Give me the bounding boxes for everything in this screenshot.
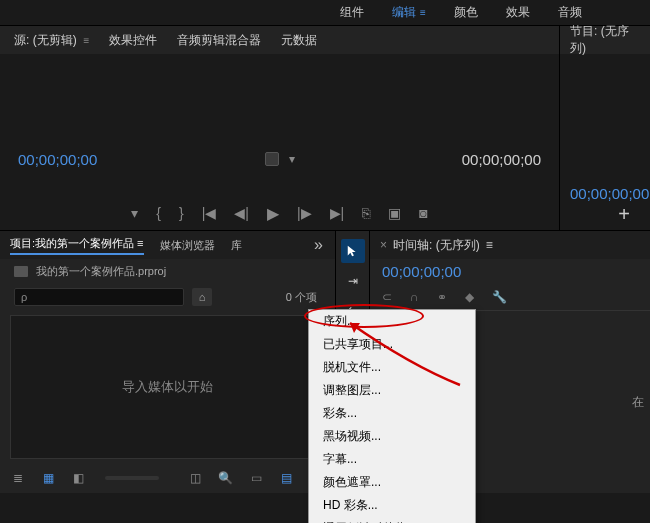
tab-assembly[interactable]: 组件 — [340, 4, 364, 21]
program-title[interactable]: 节目: (无序列) — [570, 23, 640, 57]
project-file-row: 我的第一个案例作品.prproj — [0, 259, 335, 283]
tab-audio[interactable]: 音频 — [558, 4, 582, 21]
chevron-down-icon[interactable]: ▾ — [289, 152, 295, 166]
tab-library[interactable]: 库 — [231, 238, 242, 253]
settings-icon[interactable]: 🔧 — [492, 290, 507, 304]
close-icon[interactable]: × — [380, 238, 387, 252]
project-tabs: 项目:我的第一个案例作品 ≡ 媒体浏览器 库 » — [0, 231, 335, 259]
filter-bin-icon[interactable]: ⌂ — [192, 288, 212, 306]
project-file-name: 我的第一个案例作品.prproj — [36, 264, 166, 279]
tab-effects[interactable]: 效果 — [506, 4, 530, 21]
search-input[interactable]: ρ — [14, 288, 184, 306]
folder-icon — [14, 266, 28, 277]
source-panel: 源: (无剪辑) ≡ 效果控件 音频剪辑混合器 元数据 00;00;00;00 … — [0, 26, 560, 230]
track-select-tool[interactable]: ⇥ — [341, 269, 365, 293]
in-point-icon[interactable]: { — [156, 205, 161, 221]
project-bin[interactable]: 导入媒体以开始 — [10, 315, 325, 459]
freeform-view-icon[interactable]: ◧ — [71, 469, 87, 487]
export-frame-icon[interactable]: ◙ — [419, 205, 427, 221]
side-text: 在 — [632, 394, 644, 411]
program-monitor[interactable]: 00;00;00;00 + — [560, 54, 650, 230]
tab-media-browser[interactable]: 媒体浏览器 — [160, 238, 215, 253]
magnet-icon[interactable]: ∩ — [410, 290, 419, 304]
project-panel: 项目:我的第一个案例作品 ≡ 媒体浏览器 库 » 我的第一个案例作品.prpro… — [0, 231, 336, 493]
new-item-context-menu: 序列... 已共享项目... 脱机文件... 调整图层... 彩条... 黑场视… — [308, 309, 476, 523]
menu-countdown[interactable]: 通用倒计时片头... — [309, 517, 475, 523]
workspace-tabs: 组件 编辑≡ 颜色 效果 音频 — [0, 0, 650, 26]
list-view-icon[interactable]: ≣ — [10, 469, 26, 487]
source-timecode-in[interactable]: 00;00;00;00 — [18, 151, 97, 168]
marker-icon[interactable]: ▾ — [131, 205, 138, 221]
step-back-icon[interactable]: ◀| — [234, 205, 249, 221]
step-forward-icon[interactable]: |▶ — [297, 205, 312, 221]
add-button-icon[interactable]: + — [618, 203, 630, 226]
tab-audio-mixer[interactable]: 音频剪辑混合器 — [177, 32, 261, 49]
overwrite-icon[interactable]: ▣ — [388, 205, 401, 221]
menu-sequence[interactable]: 序列... — [309, 310, 475, 333]
menu-hd-bars[interactable]: HD 彩条... — [309, 494, 475, 517]
marker-tool-icon[interactable]: ◆ — [465, 290, 474, 304]
new-item-icon[interactable]: ▤ — [278, 469, 294, 487]
transport-bar: ▾ { } |◀ ◀| ▶ |▶ ▶| ⎘ ▣ ◙ — [0, 196, 559, 230]
overflow-button[interactable]: » — [312, 236, 325, 254]
empty-hint: 导入媒体以开始 — [122, 378, 213, 396]
new-bin-icon[interactable]: ▭ — [248, 469, 264, 487]
timeline-timecode[interactable]: 00;00;00;00 — [370, 259, 650, 284]
source-panel-header: 源: (无剪辑) ≡ 效果控件 音频剪辑混合器 元数据 — [0, 26, 559, 54]
menu-captions[interactable]: 字幕... — [309, 448, 475, 471]
source-title[interactable]: 源: (无剪辑) ≡ — [14, 32, 89, 49]
play-icon[interactable]: ▶ — [267, 204, 279, 223]
timeline-header: × 时间轴: (无序列) ≡ — [370, 231, 650, 259]
find-icon[interactable]: 🔍 — [218, 469, 234, 487]
timeline-tools: ⊂ ∩ ⚭ ◆ 🔧 — [370, 284, 650, 310]
project-footer: ≣ ▦ ◧ ◫ 🔍 ▭ ▤ 🗑 — [0, 463, 335, 493]
cursor-icon — [346, 244, 360, 258]
tab-project[interactable]: 项目:我的第一个案例作品 ≡ — [10, 236, 144, 255]
zoom-slider[interactable] — [105, 476, 159, 480]
menu-black-video[interactable]: 黑场视频... — [309, 425, 475, 448]
timeline-title[interactable]: 时间轴: (无序列) — [393, 237, 480, 254]
insert-icon[interactable]: ⎘ — [362, 205, 370, 221]
program-timecode[interactable]: 00;00;00;00 — [570, 185, 649, 202]
go-to-out-icon[interactable]: ▶| — [330, 205, 345, 221]
hamburger-icon: ≡ — [420, 7, 426, 18]
selection-tool[interactable] — [341, 239, 365, 263]
program-panel: 节目: (无序列) 00;00;00;00 + — [560, 26, 650, 230]
go-to-in-icon[interactable]: |◀ — [202, 205, 217, 221]
tab-editing[interactable]: 编辑≡ — [392, 4, 426, 21]
item-count: 0 个项 — [286, 290, 321, 305]
program-header: 节目: (无序列) — [560, 26, 650, 54]
menu-color-matte[interactable]: 颜色遮罩... — [309, 471, 475, 494]
panel-menu-icon[interactable]: ≡ — [81, 35, 90, 46]
icon-view-icon[interactable]: ▦ — [40, 469, 56, 487]
fit-icon[interactable] — [265, 152, 279, 166]
menu-offline-file[interactable]: 脱机文件... — [309, 356, 475, 379]
source-timecode-out[interactable]: 00;00;00;00 — [462, 151, 541, 168]
menu-shared-project[interactable]: 已共享项目... — [309, 333, 475, 356]
project-search-row: ρ ⌂ 0 个项 — [0, 283, 335, 311]
auto-sequence-icon[interactable]: ◫ — [187, 469, 203, 487]
tab-effect-controls[interactable]: 效果控件 — [109, 32, 157, 49]
panel-menu-icon[interactable]: ≡ — [486, 238, 493, 252]
tab-metadata[interactable]: 元数据 — [281, 32, 317, 49]
menu-bars[interactable]: 彩条... — [309, 402, 475, 425]
tab-color[interactable]: 颜色 — [454, 4, 478, 21]
source-monitor[interactable]: 00;00;00;00 ▾ 00;00;00;00 — [0, 54, 559, 196]
link-icon[interactable]: ⚭ — [437, 290, 447, 304]
source-fit-controls: ▾ — [265, 152, 295, 166]
menu-adjustment-layer[interactable]: 调整图层... — [309, 379, 475, 402]
snap-icon[interactable]: ⊂ — [382, 290, 392, 304]
out-point-icon[interactable]: } — [179, 205, 184, 221]
